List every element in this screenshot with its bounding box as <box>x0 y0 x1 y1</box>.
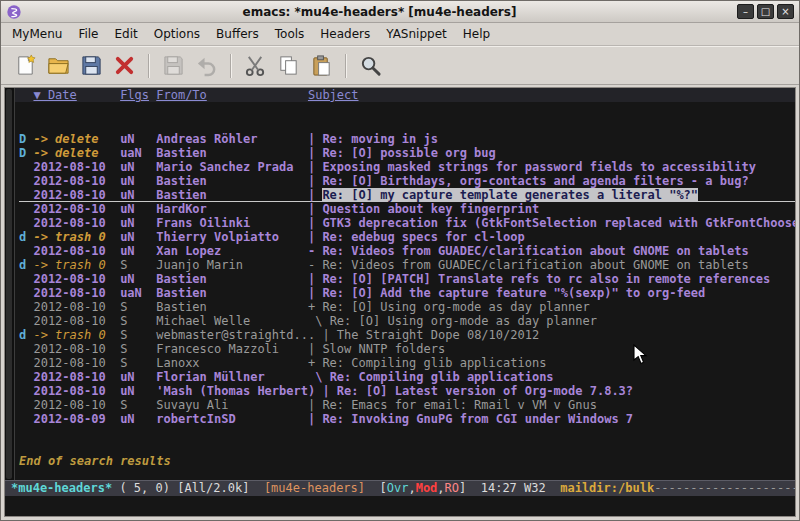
modeline-dashes: ----------------------------------------… <box>654 481 795 495</box>
headers-buffer[interactable]: D-> deleteuNAndreas Röhler | Re: moving … <box>15 102 795 480</box>
menu-item-yasnippet[interactable]: YASnippet <box>378 24 455 44</box>
menu-item-mymenu[interactable]: MyMenu <box>4 24 70 44</box>
message-row[interactable]: 2012-08-10uNBastien | Re: [O] [PATCH] Tr… <box>19 272 795 286</box>
message-subject: Re: Invoking GnuPG from CGI under Window… <box>322 412 633 426</box>
undo-button <box>191 51 222 81</box>
menu-item-tools[interactable]: Tools <box>267 24 313 44</box>
close-button[interactable]: × <box>777 4 794 19</box>
new-file-button[interactable] <box>10 51 41 81</box>
modeline-buffer-name: *mu4e-headers* <box>11 481 112 495</box>
message-row-current[interactable]: 2012-08-10uNBastien | Re: [O] my capture… <box>19 188 795 202</box>
thread-prefix: | <box>308 160 322 174</box>
modeline-flag-ro: RO <box>445 481 459 495</box>
thread-prefix: \ <box>308 314 330 328</box>
minibuffer-echo-area[interactable] <box>5 496 795 516</box>
cut-button[interactable] <box>240 51 271 81</box>
write-file-icon <box>162 54 185 77</box>
paste-icon <box>310 54 333 77</box>
thread-prefix: | <box>308 272 322 286</box>
modeline-flag-mod: Mod <box>416 481 438 495</box>
column-from-to[interactable]: From/To <box>156 88 308 102</box>
title-bar[interactable]: emacs: *mu4e-headers* [mu4e-headers] –□× <box>1 1 799 23</box>
message-row[interactable]: d-> trash 0Swebmaster@straightd... | The… <box>19 328 795 342</box>
text-column: ▼ DateFlgsFrom/ToSubject D-> deleteuNAnd… <box>15 88 795 480</box>
paste-button[interactable] <box>306 51 337 81</box>
message-date: 2012-08-10 <box>33 244 120 258</box>
kill-buffer-button[interactable] <box>109 51 140 81</box>
message-row[interactable]: 2012-08-10SMichael Welle \ Re: [O] Using… <box>19 314 795 328</box>
message-flags: uaN <box>120 286 156 300</box>
message-row[interactable]: D-> deleteuNAndreas Röhler | Re: moving … <box>19 132 795 146</box>
message-flags: uN <box>120 412 156 426</box>
message-from: Suvayu Ali <box>156 398 308 412</box>
message-row[interactable]: 2012-08-10SBastien + Re: [O] Using org-m… <box>19 300 795 314</box>
menu-item-options[interactable]: Options <box>146 24 208 44</box>
message-row[interactable]: 2012-08-10uNMario Sanchez Prada | Exposi… <box>19 160 795 174</box>
menu-item-help[interactable]: Help <box>455 24 498 44</box>
modeline-bracket-close: ] <box>459 481 481 495</box>
message-row[interactable]: 2012-08-10SFrancesco Mazzoli | Slow NNTP… <box>19 342 795 356</box>
message-row[interactable]: 2012-08-10SLanoxx + Re: Compiling glib a… <box>19 356 795 370</box>
open-file-button[interactable] <box>43 51 74 81</box>
message-from: Lanoxx <box>156 356 308 370</box>
menu-item-file[interactable]: File <box>70 24 106 44</box>
message-subject: Re: [O] Add the capture feature "%(sexp)… <box>322 286 705 300</box>
message-flags: uN <box>120 216 156 230</box>
end-of-results: End of search results <box>19 454 795 468</box>
message-row[interactable]: D-> deleteuaNBastien | Re: [O] possible … <box>19 146 795 160</box>
message-row[interactable]: d-> trash 0uNThierry Volpiatto | Re: ede… <box>19 230 795 244</box>
message-date: 2012-08-10 <box>33 286 120 300</box>
message-date: 2012-08-10 <box>33 300 120 314</box>
mark-action: -> trash 0 <box>33 328 120 342</box>
save-buffer-button[interactable] <box>76 51 107 81</box>
thread-prefix: | <box>308 230 322 244</box>
maximize-button[interactable]: □ <box>757 4 774 19</box>
message-subject: Slow NNTP folders <box>322 342 445 356</box>
thread-prefix: | <box>308 216 322 230</box>
menu-item-headers[interactable]: Headers <box>312 24 378 44</box>
search-button[interactable] <box>355 51 386 81</box>
scrollbar-thumb[interactable] <box>6 89 12 479</box>
thread-prefix: | <box>322 384 336 398</box>
message-row[interactable]: 2012-08-10uN'Mash (Thomas Herbert) | Re:… <box>19 384 795 398</box>
modeline-position: ( 5, 0) <box>112 481 177 495</box>
message-flags: uN <box>120 370 156 384</box>
message-row[interactable]: 2012-08-10uNFlorian Müllner \ Re: Compil… <box>19 370 795 384</box>
menu-item-buffers[interactable]: Buffers <box>208 24 267 44</box>
menu-item-edit[interactable]: Edit <box>107 24 146 44</box>
column-subject[interactable]: Subject <box>308 88 359 102</box>
copy-button[interactable] <box>273 51 304 81</box>
message-flags: uN <box>120 244 156 258</box>
message-row[interactable]: 2012-08-10uNXan Lopez - Re: Videos from … <box>19 244 795 258</box>
mark-action: -> delete <box>33 146 120 160</box>
column-flags[interactable]: Flgs <box>120 88 156 102</box>
mode-line: *mu4e-headers* ( 5, 0) [All/2.0k] [mu4e-… <box>5 480 795 496</box>
message-row[interactable]: 2012-08-10uNHardKor | Question about key… <box>19 202 795 216</box>
thread-prefix: + <box>308 300 322 314</box>
message-row[interactable]: 2012-08-10uNFrans Oilinki | GTK3 depreca… <box>19 216 795 230</box>
minimize-button[interactable]: – <box>737 4 754 19</box>
new-file-icon <box>14 54 37 77</box>
message-from: Bastien <box>156 146 308 160</box>
message-flags: uN <box>120 272 156 286</box>
message-flags: uaN <box>120 146 156 160</box>
message-row[interactable]: 2012-08-10SSuvayu Ali | Re: Emacs for em… <box>19 398 795 412</box>
modeline-window-id: W32 <box>524 481 560 495</box>
thread-prefix: - <box>308 258 322 272</box>
message-row[interactable]: d-> trash 0SJuanjo Marin - Re: Videos fr… <box>19 258 795 272</box>
message-row[interactable]: 2012-08-10uNBastien | Re: [O] Birthdays,… <box>19 174 795 188</box>
message-subject: Re: [O] Using org-mode as day planner <box>330 314 597 328</box>
window-controls: –□× <box>737 4 794 19</box>
message-subject: Re: [O] my capture template generates a … <box>322 188 698 202</box>
message-subject: Re: Emacs for email: Rmail v VM v Gnus <box>322 398 597 412</box>
message-date: 2012-08-10 <box>33 370 120 384</box>
message-flags: S <box>120 328 156 342</box>
scrollbar[interactable] <box>5 88 15 480</box>
column-date[interactable]: ▼ Date <box>33 88 120 102</box>
message-row[interactable]: 2012-08-09uNrobertcInSD | Re: Invoking G… <box>19 412 795 426</box>
message-row[interactable]: 2012-08-10uaNBastien | Re: [O] Add the c… <box>19 286 795 300</box>
message-subject: Re: edebug specs for cl-loop <box>322 230 524 244</box>
mark-action: -> trash 0 <box>33 258 120 272</box>
save-buffer-icon <box>80 54 103 77</box>
headers-column-header[interactable]: ▼ DateFlgsFrom/ToSubject <box>15 88 795 102</box>
